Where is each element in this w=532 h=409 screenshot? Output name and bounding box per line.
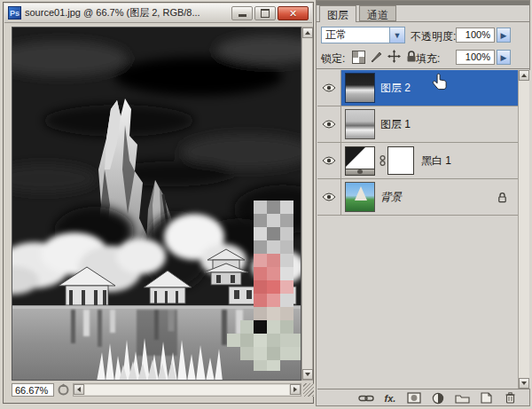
photoshop-file-icon: Ps	[8, 6, 21, 20]
layer-thumbnail[interactable]	[345, 182, 375, 212]
layer-row-background[interactable]: 背景	[317, 179, 518, 216]
scroll-down-icon[interactable]	[302, 369, 313, 380]
layers-list-scrollbar[interactable]	[518, 70, 529, 389]
document-window: Ps source01.jpg @ 66.7% (图层 2, RGB/8... …	[3, 2, 314, 404]
blend-mode-value: 正常	[322, 28, 389, 43]
adjustment-layer-thumbnail[interactable]	[345, 146, 375, 176]
scroll-down-icon[interactable]	[519, 378, 529, 389]
layers-panel: 图层 通道 正常 ▼ 不透明度: 100% ▶ 锁定: 填充: 100% ▶	[316, 0, 530, 406]
horizontal-scrollbar[interactable]	[73, 383, 301, 397]
minimize-icon	[239, 14, 246, 17]
new-group-icon[interactable]	[454, 391, 470, 405]
lock-position-icon[interactable]	[387, 50, 401, 63]
eye-icon	[322, 120, 336, 129]
close-button[interactable]: ✕	[278, 6, 309, 20]
layer-thumbnail[interactable]	[345, 109, 375, 139]
eye-icon	[322, 83, 336, 92]
layer-name[interactable]: 图层 1	[380, 117, 411, 132]
eye-icon	[322, 193, 336, 201]
tab-layers[interactable]: 图层	[319, 5, 356, 22]
layers-list: 图层 2 图层 1	[317, 70, 530, 389]
lock-icon	[497, 192, 507, 203]
window-resize-grip[interactable]	[303, 383, 314, 397]
opacity-value-field[interactable]: 100%	[456, 28, 495, 43]
layer-name[interactable]: 黑白 1	[421, 153, 451, 169]
vertical-scrollbar[interactable]	[301, 27, 313, 381]
add-layer-mask-icon[interactable]	[406, 391, 422, 405]
eye-icon	[322, 156, 336, 165]
link-layers-icon[interactable]	[358, 391, 374, 405]
visibility-toggle[interactable]	[317, 106, 341, 142]
document-canvas[interactable]	[12, 27, 301, 381]
opacity-slider-arrow-icon[interactable]: ▶	[497, 28, 511, 43]
delete-layer-icon[interactable]	[502, 391, 518, 405]
visibility-toggle[interactable]	[317, 143, 341, 178]
fill-label: 填充:	[416, 51, 440, 67]
mask-link-icon[interactable]	[377, 154, 387, 167]
layer-row-layer1[interactable]: 图层 1	[317, 106, 518, 143]
document-title: source01.jpg @ 66.7% (图层 2, RGB/8...	[25, 6, 230, 20]
lock-transparency-icon[interactable]	[352, 51, 365, 64]
opacity-label: 不透明度:	[411, 29, 456, 44]
slider-knob	[357, 169, 363, 174]
layer-row-blackwhite1[interactable]: 黑白 1	[317, 143, 518, 179]
lock-paint-icon[interactable]	[370, 50, 383, 63]
scroll-up-icon[interactable]	[302, 28, 313, 38]
new-layer-icon[interactable]	[478, 391, 494, 405]
visibility-toggle[interactable]	[317, 70, 341, 106]
new-adjustment-layer-icon[interactable]	[430, 391, 446, 405]
sync-icon[interactable]	[57, 383, 70, 397]
hscroll-track[interactable]	[85, 385, 289, 395]
lock-label: 锁定:	[321, 51, 345, 67]
maximize-button[interactable]	[254, 6, 276, 20]
layers-panel-footer: fx.	[317, 389, 530, 406]
toolbar-divider	[317, 68, 529, 69]
scroll-left-icon[interactable]	[74, 384, 84, 395]
fill-value-field[interactable]: 100%	[456, 50, 495, 65]
photoshop-workspace: Ps source01.jpg @ 66.7% (图层 2, RGB/8... …	[0, 0, 532, 409]
inverted-landscape-image	[12, 28, 301, 381]
tab-channels[interactable]: 通道	[359, 5, 396, 21]
scroll-up-icon[interactable]	[519, 70, 529, 81]
chevron-down-icon[interactable]: ▼	[389, 28, 404, 43]
layer-name[interactable]: 背景	[380, 190, 402, 205]
layer-row-layer2[interactable]: 图层 2	[317, 70, 518, 106]
fill-slider-arrow-icon[interactable]: ▶	[497, 50, 511, 65]
scroll-right-icon[interactable]	[290, 384, 301, 395]
layer-mask-thumbnail[interactable]	[387, 146, 414, 175]
hand-cursor	[431, 73, 449, 91]
layer-name[interactable]: 图层 2	[380, 81, 411, 96]
layer-thumbnail[interactable]	[345, 73, 375, 103]
zoom-level-field[interactable]: 66.67%	[12, 383, 54, 397]
close-icon: ✕	[289, 9, 297, 18]
visibility-toggle[interactable]	[317, 179, 341, 215]
document-titlebar[interactable]: Ps source01.jpg @ 66.7% (图层 2, RGB/8... …	[4, 4, 312, 23]
maximize-icon	[261, 9, 270, 18]
layer-style-icon[interactable]: fx.	[382, 391, 398, 405]
minimize-button[interactable]	[231, 6, 253, 20]
blend-mode-select[interactable]: 正常 ▼	[321, 27, 405, 43]
